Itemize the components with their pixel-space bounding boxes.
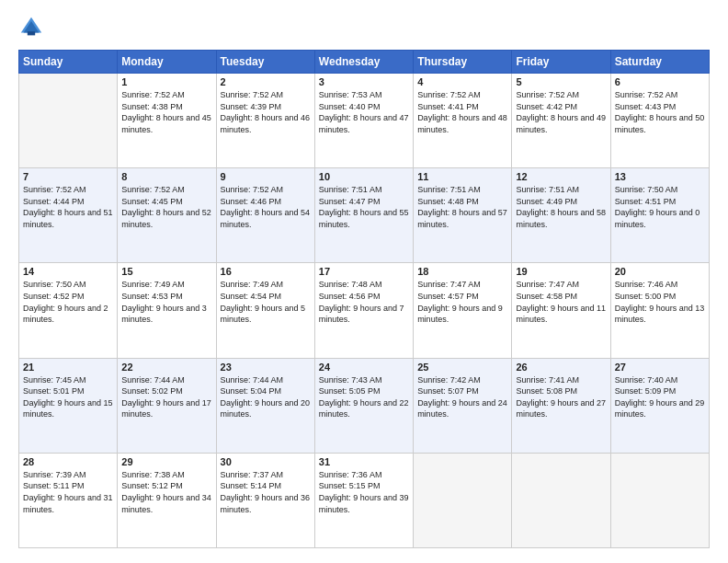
- day-info: Sunrise: 7:51 AMSunset: 4:49 PMDaylight:…: [516, 185, 606, 229]
- day-info: Sunrise: 7:48 AMSunset: 4:56 PMDaylight:…: [319, 280, 404, 324]
- calendar-cell: 14 Sunrise: 7:50 AMSunset: 4:52 PMDaylig…: [19, 263, 118, 358]
- weekday-header: Wednesday: [314, 51, 413, 74]
- weekday-header: Monday: [118, 51, 216, 74]
- logo-icon: [18, 15, 44, 40]
- day-number: 6: [615, 76, 705, 87]
- calendar-cell: 2 Sunrise: 7:52 AMSunset: 4:39 PMDayligh…: [216, 74, 314, 168]
- day-number: 5: [516, 76, 606, 87]
- day-info: Sunrise: 7:47 AMSunset: 4:58 PMDaylight:…: [516, 280, 606, 324]
- day-info: Sunrise: 7:52 AMSunset: 4:39 PMDaylight:…: [221, 90, 311, 134]
- svg-rect-2: [28, 31, 35, 35]
- calendar-cell: 26 Sunrise: 7:41 AMSunset: 5:08 PMDaylig…: [512, 358, 610, 453]
- calendar-cell: 27 Sunrise: 7:40 AMSunset: 5:09 PMDaylig…: [610, 358, 709, 453]
- calendar-week-row: 14 Sunrise: 7:50 AMSunset: 4:52 PMDaylig…: [19, 263, 710, 358]
- calendar-cell: 29 Sunrise: 7:38 AMSunset: 5:12 PMDaylig…: [118, 453, 216, 547]
- day-info: Sunrise: 7:44 AMSunset: 5:04 PMDaylight:…: [221, 375, 311, 419]
- day-number: 22: [121, 362, 211, 373]
- day-number: 1: [121, 76, 211, 87]
- day-number: 20: [615, 266, 705, 277]
- calendar-cell: 5 Sunrise: 7:52 AMSunset: 4:42 PMDayligh…: [512, 74, 610, 168]
- calendar-cell: 21 Sunrise: 7:45 AMSunset: 5:01 PMDaylig…: [19, 358, 118, 453]
- day-number: 18: [417, 266, 507, 277]
- calendar-week-row: 21 Sunrise: 7:45 AMSunset: 5:01 PMDaylig…: [19, 358, 710, 453]
- day-info: Sunrise: 7:38 AMSunset: 5:12 PMDaylight:…: [121, 470, 211, 514]
- day-info: Sunrise: 7:47 AMSunset: 4:57 PMDaylight:…: [417, 280, 503, 324]
- calendar-cell: 1 Sunrise: 7:52 AMSunset: 4:38 PMDayligh…: [118, 74, 216, 168]
- day-number: 14: [23, 266, 113, 277]
- calendar-cell: 19 Sunrise: 7:47 AMSunset: 4:58 PMDaylig…: [512, 263, 610, 358]
- day-number: 3: [319, 76, 409, 87]
- calendar-cell: 17 Sunrise: 7:48 AMSunset: 4:56 PMDaylig…: [314, 263, 413, 358]
- day-number: 15: [121, 266, 211, 277]
- calendar-cell: 13 Sunrise: 7:50 AMSunset: 4:51 PMDaylig…: [610, 168, 709, 263]
- weekday-header: Tuesday: [216, 51, 314, 74]
- calendar-cell: 4 Sunrise: 7:52 AMSunset: 4:41 PMDayligh…: [414, 74, 512, 168]
- day-info: Sunrise: 7:52 AMSunset: 4:43 PMDaylight:…: [615, 90, 705, 134]
- calendar-cell: 31 Sunrise: 7:36 AMSunset: 5:15 PMDaylig…: [314, 453, 413, 547]
- day-info: Sunrise: 7:45 AMSunset: 5:01 PMDaylight:…: [23, 375, 113, 419]
- day-info: Sunrise: 7:44 AMSunset: 5:02 PMDaylight:…: [121, 375, 211, 419]
- calendar-cell: 20 Sunrise: 7:46 AMSunset: 5:00 PMDaylig…: [610, 263, 709, 358]
- day-info: Sunrise: 7:36 AMSunset: 5:15 PMDaylight:…: [319, 470, 409, 514]
- day-info: Sunrise: 7:37 AMSunset: 5:14 PMDaylight:…: [221, 470, 311, 514]
- day-info: Sunrise: 7:52 AMSunset: 4:44 PMDaylight:…: [23, 185, 113, 229]
- weekday-header: Friday: [512, 51, 610, 74]
- day-info: Sunrise: 7:49 AMSunset: 4:53 PMDaylight:…: [121, 280, 207, 324]
- day-info: Sunrise: 7:52 AMSunset: 4:42 PMDaylight:…: [516, 90, 606, 134]
- header: [18, 15, 710, 40]
- calendar-cell: 10 Sunrise: 7:51 AMSunset: 4:47 PMDaylig…: [314, 168, 413, 263]
- calendar-week-row: 7 Sunrise: 7:52 AMSunset: 4:44 PMDayligh…: [19, 168, 710, 263]
- day-info: Sunrise: 7:53 AMSunset: 4:40 PMDaylight:…: [319, 90, 409, 134]
- day-info: Sunrise: 7:52 AMSunset: 4:38 PMDaylight:…: [121, 90, 211, 134]
- day-number: 26: [516, 362, 606, 373]
- day-info: Sunrise: 7:51 AMSunset: 4:48 PMDaylight:…: [417, 185, 507, 229]
- day-info: Sunrise: 7:41 AMSunset: 5:08 PMDaylight:…: [516, 375, 606, 419]
- day-info: Sunrise: 7:51 AMSunset: 4:47 PMDaylight:…: [319, 185, 409, 229]
- calendar-cell: 7 Sunrise: 7:52 AMSunset: 4:44 PMDayligh…: [19, 168, 118, 263]
- day-number: 25: [417, 362, 507, 373]
- day-number: 7: [23, 171, 113, 182]
- day-info: Sunrise: 7:43 AMSunset: 5:05 PMDaylight:…: [319, 375, 409, 419]
- day-number: 16: [221, 266, 311, 277]
- day-number: 30: [221, 456, 311, 467]
- calendar-cell: 11 Sunrise: 7:51 AMSunset: 4:48 PMDaylig…: [414, 168, 512, 263]
- day-info: Sunrise: 7:49 AMSunset: 4:54 PMDaylight:…: [221, 280, 306, 324]
- weekday-header: Saturday: [610, 51, 709, 74]
- day-number: 28: [23, 456, 113, 467]
- calendar-cell: [414, 453, 512, 547]
- day-number: 11: [417, 171, 507, 182]
- day-info: Sunrise: 7:40 AMSunset: 5:09 PMDaylight:…: [615, 375, 705, 419]
- day-number: 24: [319, 362, 409, 373]
- day-info: Sunrise: 7:52 AMSunset: 4:41 PMDaylight:…: [417, 90, 507, 134]
- day-info: Sunrise: 7:52 AMSunset: 4:45 PMDaylight:…: [121, 185, 211, 229]
- calendar-cell: [19, 74, 118, 168]
- day-number: 4: [417, 76, 507, 87]
- calendar-cell: 12 Sunrise: 7:51 AMSunset: 4:49 PMDaylig…: [512, 168, 610, 263]
- calendar-week-row: 1 Sunrise: 7:52 AMSunset: 4:38 PMDayligh…: [19, 74, 710, 168]
- day-number: 23: [221, 362, 311, 373]
- day-info: Sunrise: 7:50 AMSunset: 4:51 PMDaylight:…: [615, 185, 700, 229]
- calendar-week-row: 28 Sunrise: 7:39 AMSunset: 5:11 PMDaylig…: [19, 453, 710, 547]
- calendar-cell: 15 Sunrise: 7:49 AMSunset: 4:53 PMDaylig…: [118, 263, 216, 358]
- day-info: Sunrise: 7:46 AMSunset: 5:00 PMDaylight:…: [615, 280, 705, 324]
- calendar-cell: 8 Sunrise: 7:52 AMSunset: 4:45 PMDayligh…: [118, 168, 216, 263]
- day-number: 31: [319, 456, 409, 467]
- calendar-cell: 25 Sunrise: 7:42 AMSunset: 5:07 PMDaylig…: [414, 358, 512, 453]
- day-number: 29: [121, 456, 211, 467]
- calendar-cell: [512, 453, 610, 547]
- day-number: 9: [221, 171, 311, 182]
- logo: [18, 15, 48, 40]
- day-number: 27: [615, 362, 705, 373]
- weekday-header: Sunday: [19, 51, 118, 74]
- day-info: Sunrise: 7:50 AMSunset: 4:52 PMDaylight:…: [23, 280, 108, 324]
- day-number: 12: [516, 171, 606, 182]
- page: SundayMondayTuesdayWednesdayThursdayFrid…: [0, 0, 728, 563]
- calendar-cell: 30 Sunrise: 7:37 AMSunset: 5:14 PMDaylig…: [216, 453, 314, 547]
- weekday-header: Thursday: [414, 51, 512, 74]
- calendar-cell: 9 Sunrise: 7:52 AMSunset: 4:46 PMDayligh…: [216, 168, 314, 263]
- calendar-cell: 22 Sunrise: 7:44 AMSunset: 5:02 PMDaylig…: [118, 358, 216, 453]
- day-number: 17: [319, 266, 409, 277]
- calendar-cell: 18 Sunrise: 7:47 AMSunset: 4:57 PMDaylig…: [414, 263, 512, 358]
- day-info: Sunrise: 7:42 AMSunset: 5:07 PMDaylight:…: [417, 375, 507, 419]
- day-number: 21: [23, 362, 113, 373]
